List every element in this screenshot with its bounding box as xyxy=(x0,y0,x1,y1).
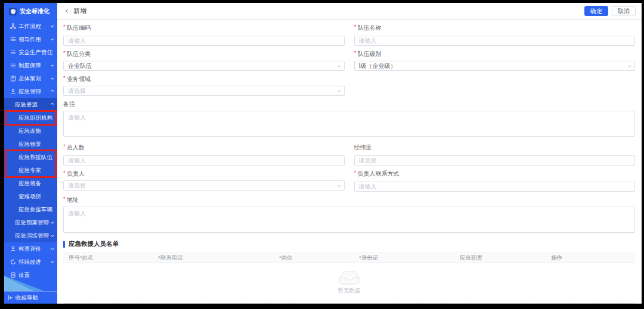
field-total-people: *总人数 xyxy=(63,143,345,166)
sidebar-item-label: 工作流程 xyxy=(18,23,48,30)
sidebar-item-label: 制度保障 xyxy=(18,62,48,70)
collapse-icon xyxy=(8,295,13,301)
sidebar-item-label: 应急管理 xyxy=(18,88,48,96)
leader-select[interactable]: 请选择 xyxy=(63,180,345,191)
required-asterisk: * xyxy=(63,143,66,152)
submenu-item-emergency-org[interactable]: 应急组织机构 xyxy=(4,111,57,124)
chevron-down-icon xyxy=(51,24,54,27)
personnel-section-title: 应急救援人员名单 xyxy=(63,240,635,248)
shield-logo-icon xyxy=(9,8,17,15)
collapse-nav-button[interactable]: 收起导航 xyxy=(4,291,57,304)
column-header-姓名: *姓名 xyxy=(80,254,158,262)
field-team-level: *队伍级别 I级（企业级） xyxy=(354,50,636,71)
business-domain-select[interactable]: 请选择 xyxy=(63,86,345,96)
required-asterisk: * xyxy=(63,196,66,204)
confirm-button[interactable]: 确定 xyxy=(584,6,608,16)
submenu-item-shelters[interactable]: 避难场所 xyxy=(4,190,57,203)
empty-state: 暂无数据 xyxy=(63,263,635,301)
field-business-domain: *业务领域 请选择 xyxy=(63,75,345,96)
chevron-down-icon xyxy=(51,37,54,40)
app-window: 安全标准化 工作流程领导作用安全生产责任制管理制度保障总体策划应急管理 应急资源… xyxy=(4,3,642,304)
back-button[interactable]: 新增 xyxy=(66,7,86,15)
back-chevron-icon xyxy=(66,9,70,13)
page-topbar: 新增 确定 取消 xyxy=(57,3,642,20)
required-asterisk: * xyxy=(63,75,66,83)
submenu-item-emergency-experts[interactable]: 应急专家 xyxy=(4,164,57,177)
chevron-down-icon xyxy=(628,64,631,67)
chevron-down-icon xyxy=(337,89,340,92)
chevron-down-icon xyxy=(337,64,340,67)
chevron-down-icon xyxy=(51,220,54,224)
sidebar-item-planning[interactable]: 总体策划 xyxy=(4,72,57,85)
remark-textarea[interactable] xyxy=(63,111,635,137)
person-icon xyxy=(10,89,16,95)
sidebar-item-guarantee[interactable]: 制度保障 xyxy=(4,59,57,72)
collapse-label: 收起导航 xyxy=(16,294,38,302)
submenu-item-emergency-equipment[interactable]: 应急装备 xyxy=(4,177,57,190)
section-label: 应急救援人员名单 xyxy=(69,240,119,248)
column-header-应急职责: 应急职责 xyxy=(460,254,551,262)
main-area: 新增 确定 取消 *队伍编码 *队伍名称 *队伍分类 xyxy=(57,3,642,304)
refresh-icon xyxy=(10,259,16,265)
cancel-button[interactable]: 取消 xyxy=(612,6,636,16)
lines-icon xyxy=(10,36,16,42)
submenu-item-rescue-team[interactable]: 应急救援队伍 xyxy=(4,151,57,164)
business-domain-placeholder: 请选择 xyxy=(68,87,338,95)
sidebar-item-inspection[interactable]: 检查评价 xyxy=(4,242,57,255)
add-personnel-button[interactable]: 添加 xyxy=(63,303,635,304)
team-code-input[interactable] xyxy=(63,36,345,46)
chevron-up-icon xyxy=(51,89,54,93)
sidebar-item-improvement[interactable]: 持续改进 xyxy=(4,255,57,269)
team-category-select[interactable]: 企业队伍 xyxy=(63,61,345,71)
required-asterisk: * xyxy=(354,50,357,58)
sidebar-item-label: 设置 xyxy=(18,271,53,279)
personnel-table-header: 序号*姓名*联系电话*岗位*身份证应急职责操作 xyxy=(63,252,635,263)
sidebar-item-leadership[interactable]: 领导作用 xyxy=(4,33,57,46)
total-people-input[interactable] xyxy=(63,155,345,166)
field-team-category: *队伍分类 企业队伍 xyxy=(63,50,345,71)
submenu-item-emergency-facility[interactable]: 应急设施 xyxy=(4,124,57,138)
sidebar-item-plan-mgmt[interactable]: 应急预案管理 xyxy=(4,216,57,229)
lines-icon xyxy=(10,49,16,55)
required-asterisk: * xyxy=(63,170,66,178)
sidebar-item-label: 持续改进 xyxy=(18,258,48,266)
sidebar-item-label: 领导作用 xyxy=(18,36,48,43)
field-team-code: *队伍编码 xyxy=(63,24,345,46)
sidebar-item-workflow[interactable]: 工作流程 xyxy=(4,20,57,33)
chevron-down-icon xyxy=(337,183,340,187)
address-textarea[interactable] xyxy=(63,207,635,233)
team-level-select[interactable]: I级（企业级） xyxy=(354,61,636,71)
column-header-操作: 操作 xyxy=(551,254,635,262)
column-header-联系电话: *联系电话 xyxy=(158,254,279,262)
emergency-mgmt-panel: 应急资源 应急组织机构应急设施应急物资应急救援队伍应急专家应急装备避难场所应急救… xyxy=(4,98,57,242)
submenu-item-emergency-supplies[interactable]: 应急物资 xyxy=(4,138,57,151)
sidebar-menu-bottom: 检查评价持续改进设置 xyxy=(4,242,57,282)
sidebar-submenu-sections: 应急预案管理应急演练管理 xyxy=(4,216,57,242)
sidebar-item-emergency-mgmt[interactable]: 应急管理 xyxy=(4,85,57,98)
lat-lng-input[interactable] xyxy=(354,155,636,166)
team-level-value: I级（企业级） xyxy=(359,62,628,70)
submenu-header-label: 应急资源 xyxy=(15,101,51,109)
field-address: *地址 xyxy=(63,196,635,235)
column-header-岗位: *岗位 xyxy=(279,254,359,262)
sidebar-item-responsibility[interactable]: 安全生产责任制管理 xyxy=(4,46,57,59)
sidebar-item-settings[interactable]: 设置 xyxy=(4,269,57,282)
leader-contact-input[interactable] xyxy=(354,182,636,192)
sidebar: 安全标准化 工作流程领导作用安全生产责任制管理制度保障总体策划应急管理 应急资源… xyxy=(4,3,57,304)
required-asterisk: * xyxy=(63,50,66,58)
field-remark: 备注 xyxy=(63,100,635,139)
leader-placeholder: 请选择 xyxy=(68,182,338,190)
team-name-input[interactable] xyxy=(354,36,636,46)
sidebar-item-label: 检查评价 xyxy=(18,245,48,253)
required-asterisk: * xyxy=(63,24,66,32)
flow-icon xyxy=(10,23,16,29)
column-header-序号: 序号 xyxy=(69,254,80,262)
team-category-value: 企业队伍 xyxy=(68,62,338,70)
sidebar-submenu: 应急组织机构应急设施应急物资应急救援队伍应急专家应急装备避难场所应急救援车辆 xyxy=(4,111,57,216)
empty-text: 暂无数据 xyxy=(338,287,361,295)
field-team-name: *队伍名称 xyxy=(354,24,636,46)
submenu-item-rescue-vehicles[interactable]: 应急救援车辆 xyxy=(4,203,57,216)
chevron-down-icon xyxy=(51,233,54,237)
chevron-down-icon xyxy=(51,63,54,67)
sidebar-item-drill-mgmt[interactable]: 应急演练管理 xyxy=(4,229,57,242)
